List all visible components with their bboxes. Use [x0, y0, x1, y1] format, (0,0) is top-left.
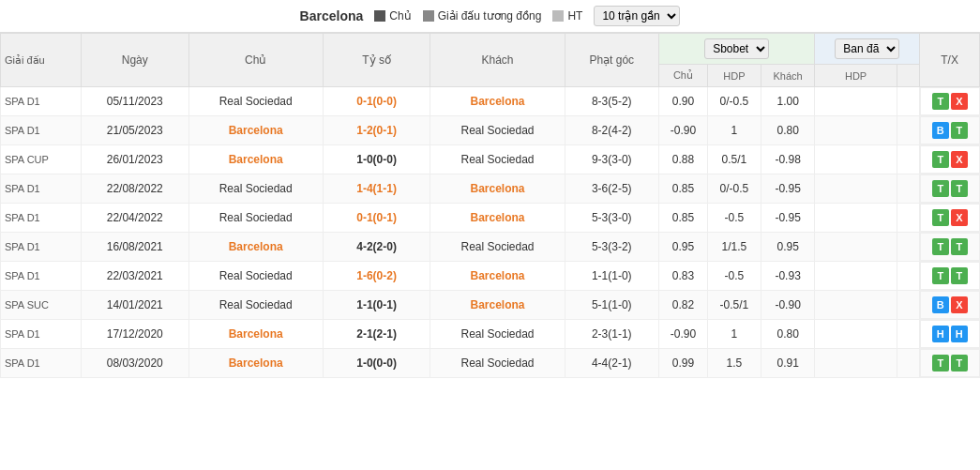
sub-hdp2: HDP [815, 65, 897, 87]
legend-ht: HT [552, 9, 582, 23]
legend-ht-box [552, 10, 564, 22]
col-tyle: Tỷ số [323, 34, 430, 87]
col-chu: Chủ [188, 34, 323, 87]
team-name: Barcelona [300, 8, 364, 23]
table-row: SPA CUP26/01/2023Barcelona1-0(0-0)Real S… [1, 145, 980, 174]
table-row: SPA D122/04/2022Real Sociedad0-1(0-1)Bar… [1, 204, 980, 233]
sub-empty [897, 65, 919, 87]
main-header-row: Giải đấu Ngày Chủ Tỷ số Khách Phạt góc S… [1, 34, 980, 65]
sub-chu: Chủ [658, 65, 707, 87]
matches-tbody: SPA D105/11/2023Real Sociedad0-1(0-0)Bar… [1, 87, 980, 378]
table-row: SPA D121/05/2023Barcelona1-2(0-1)Real So… [1, 116, 980, 145]
legend-chu-box [374, 10, 385, 22]
table-row: SPA D117/12/2020Barcelona2-1(2-1)Real So… [1, 320, 980, 349]
table-row: SPA SUC14/01/2021Real Sociedad1-1(0-1)Ba… [1, 291, 980, 320]
col-banda-group: Ban đã [815, 34, 920, 65]
col-ngay: Ngày [81, 34, 188, 87]
table-row: SPA D108/03/2020Barcelona1-0(0-0)Real So… [1, 349, 980, 378]
filter-matches-select[interactable]: 10 trận gần [594, 6, 680, 26]
legend-giai-dau: Giải đấu tương đồng [423, 9, 542, 23]
sub-hdp: HDP [708, 65, 761, 87]
matches-table-container: Giải đấu Ngày Chủ Tỷ số Khách Phạt góc S… [0, 33, 980, 378]
banda-select[interactable]: Ban đã [835, 38, 899, 59]
sub-khach: Khách [761, 65, 815, 87]
sbobet-select[interactable]: Sbobet [704, 38, 769, 59]
legend-chu-label: Chủ [389, 9, 411, 23]
table-row: SPA D105/11/2023Real Sociedad0-1(0-0)Bar… [1, 87, 980, 116]
legend-chu: Chủ [374, 9, 411, 23]
table-row: SPA D122/08/2022Real Sociedad1-4(1-1)Bar… [1, 174, 980, 204]
legend-ht-label: HT [567, 9, 582, 23]
col-giai-dau: Giải đấu [1, 34, 82, 87]
col-khach: Khách [430, 34, 565, 87]
table-row: SPA D122/03/2021Real Sociedad1-6(0-2)Bar… [1, 262, 980, 291]
col-sbobet-group: Sbobet [658, 34, 815, 65]
legend-giai-dau-label: Giải đấu tương đồng [438, 9, 542, 23]
matches-table: Giải đấu Ngày Chủ Tỷ số Khách Phạt góc S… [0, 33, 980, 378]
col-phatgoc: Phạt góc [565, 34, 658, 87]
legend-giai-dau-box [423, 10, 434, 22]
col-tx: T/X [920, 34, 980, 87]
table-row: SPA D116/08/2021Barcelona4-2(2-0)Real So… [1, 233, 980, 262]
header-bar: Barcelona Chủ Giải đấu tương đồng HT 10 … [0, 0, 980, 33]
